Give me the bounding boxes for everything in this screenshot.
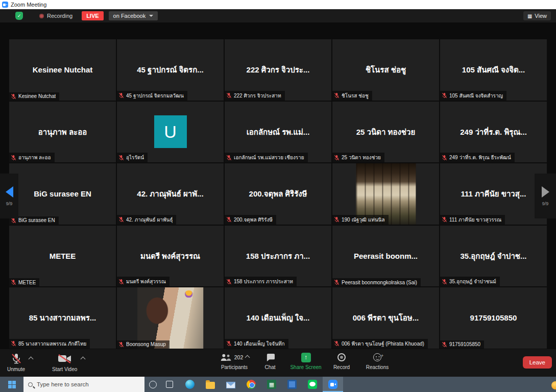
- mic-muted-icon: [334, 216, 340, 223]
- participant-label-text: 006 พีรตา ขุนโอษฐ์ (Phirata Khuoad): [342, 340, 424, 348]
- participant-label-text: 85 นางสาวกมลพรรณ ภักดีไทย: [18, 340, 86, 348]
- record-label: Record: [333, 364, 350, 370]
- participant-tile[interactable]: 35.อุกฤษฎ์ จำปาช... 35.อุกฤษฎ์ จำปาชนม์: [440, 226, 547, 287]
- chrome-taskbar-button[interactable]: [241, 377, 261, 392]
- file-explorer-taskbar-button[interactable]: [200, 377, 221, 392]
- participant-tile[interactable]: METEE METEE: [9, 226, 116, 287]
- mic-muted-icon: [118, 155, 124, 161]
- participant-tile[interactable]: 249 ว่าที่ร.ต. พิรุณ... 249 ว่าที่ร.ต. พ…: [440, 102, 547, 163]
- participant-tile[interactable]: 91759105850 91759105850: [440, 287, 547, 349]
- mic-muted-icon: [226, 340, 232, 347]
- participant-label-text: 200.จตุพล ศิริรังษี: [234, 216, 273, 224]
- control-bar: Unmute Start Video: [0, 349, 556, 377]
- security-shield-icon[interactable]: [15, 12, 23, 20]
- mic-muted-icon: [226, 216, 232, 223]
- participant-label-text: ชิโนรส ช่อชู: [342, 92, 369, 100]
- participant-label: 222 ศิวกร จิวประสาท: [225, 91, 285, 101]
- mic-muted-icon: [11, 155, 16, 161]
- participant-name: อานุภาพ ละออ: [33, 127, 92, 137]
- window-titlebar: Zoom Meeting: [0, 0, 556, 9]
- participant-name: ชิโนรส ช่อชู: [360, 65, 411, 75]
- reactions-button[interactable]: + Reactions: [361, 352, 393, 370]
- participant-tile[interactable]: ชิโนรส ช่อชู ชิโนรส ช่อชู: [332, 39, 439, 101]
- participant-tile[interactable]: 105 สันศณี จงจิต... 105 สันศณี จงจิตสำรา…: [440, 39, 547, 101]
- cortana-icon[interactable]: [149, 381, 157, 388]
- excel-taskbar-button[interactable]: [261, 377, 282, 392]
- share-screen-button[interactable]: Share Screen: [290, 352, 322, 370]
- plus-icon: +: [381, 353, 383, 358]
- participant-tile[interactable]: 111 ภาคีนัย ขาวสุ... 111 ภาคีนัย ขาวสุวร…: [440, 163, 547, 225]
- edge-taskbar-button[interactable]: [180, 377, 200, 392]
- participant-label: มนตรี พงค์สุวรรณ: [117, 277, 170, 286]
- participant-tile[interactable]: BiG surasee EN BiG surasee EN: [9, 163, 116, 225]
- participant-tile[interactable]: 158 ประภากร ภา... 158 ประภากร ภารประสาท: [225, 226, 331, 287]
- page-indicator: 9/9: [542, 201, 549, 206]
- meeting-window: Recording LIVE on Facebook View Kesinee …: [0, 9, 556, 377]
- start-video-button[interactable]: Start Video: [52, 353, 77, 372]
- recording-label: Recording: [47, 13, 72, 19]
- participant-tile[interactable]: Boonsong Masup: [117, 287, 224, 349]
- participant-tile[interactable]: 42. ภาณุพันธ์ ผาพั... 42. ภาณุพันธ์ ผาพั…: [117, 163, 224, 225]
- participants-button[interactable]: 202 Participants: [219, 352, 250, 370]
- next-page-button[interactable]: 9/9: [535, 174, 556, 218]
- participant-tile[interactable]: 006 พีรตา ขุนโอษ... 006 พีรตา ขุนโอษฐ์ (…: [332, 287, 439, 349]
- participant-label-text: METEE: [18, 280, 36, 285]
- mic-muted-icon: [334, 279, 340, 285]
- participant-tile[interactable]: มนตรี พงค์สุวรรณ มนตรี พงค์สุวรรณ: [117, 226, 224, 287]
- view-label: View: [535, 13, 547, 19]
- leave-button[interactable]: Leave: [523, 356, 552, 369]
- participant-tile[interactable]: 200.จตุพล ศิริรังษี 200.จตุพล ศิริรังษี: [225, 163, 331, 225]
- mail-taskbar-button[interactable]: [221, 377, 241, 392]
- unmute-button[interactable]: Unmute: [7, 353, 25, 372]
- mic-muted-icon: [442, 216, 447, 223]
- participant-label: 158 ประภากร ภารประสาท: [225, 277, 297, 286]
- participant-tile[interactable]: 85 นางสาวกมลพร... 85 นางสาวกมลพรรณ ภักดี…: [9, 287, 116, 349]
- taskbar-search[interactable]: [23, 377, 144, 392]
- video-options-caret[interactable]: [81, 357, 86, 362]
- photos-taskbar-button[interactable]: [282, 377, 302, 392]
- task-view-icon[interactable]: [166, 381, 173, 388]
- taskbar-edge-icon[interactable]: [551, 381, 556, 389]
- participant-tile[interactable]: Peerasit boonm... Peerasit boonmongkolra…: [332, 226, 439, 287]
- mic-muted-icon: [11, 340, 16, 347]
- start-button[interactable]: [0, 377, 23, 392]
- participant-name: Peerasit boonm...: [349, 251, 423, 261]
- participant-tile[interactable]: 190 ณัฐวุฒิ แท่นนิล: [332, 163, 439, 225]
- participant-label-text: 91759105850: [449, 341, 480, 347]
- audio-options-caret[interactable]: [29, 357, 34, 362]
- participant-label: 25 วนิดา ทองช่วย: [332, 153, 384, 162]
- record-button[interactable]: Record: [326, 352, 357, 370]
- recording-dot-icon: [39, 14, 44, 18]
- mic-muted-icon: [226, 155, 232, 161]
- live-target-dropdown[interactable]: on Facebook: [109, 11, 158, 20]
- participant-label-text: 222 ศิวกร จิวประสาท: [234, 92, 281, 100]
- participant-tile[interactable]: U อุไรรัตน์: [117, 102, 224, 163]
- view-button[interactable]: View: [523, 11, 551, 20]
- participants-caret[interactable]: [245, 355, 250, 360]
- line-taskbar-button[interactable]: [302, 377, 323, 392]
- participant-tile[interactable]: อานุภาพ ละออ อานุภาพ ละออ: [9, 102, 116, 163]
- participant-tile[interactable]: 25 วนิดา ทองช่วย 25 วนิดา ทองช่วย: [332, 102, 439, 163]
- participant-label-text: BiG surasee EN: [18, 217, 55, 223]
- participant-tile[interactable]: Kesinee Nutchat Kesinee Nutchat: [9, 39, 116, 101]
- mic-muted-icon: [334, 340, 340, 347]
- start-video-label: Start Video: [52, 366, 77, 372]
- participant-tile[interactable]: 140 เดือนเพ็ญ ใจ... 140 เดือนเพ็ญ ใจจันท…: [225, 287, 331, 349]
- participant-label-text: 140 เดือนเพ็ญ ใจจันทึก: [234, 340, 285, 348]
- search-input[interactable]: [37, 381, 140, 387]
- participant-name: BiG surasee EN: [29, 189, 96, 199]
- participant-tile[interactable]: 45 ฐาปกรณ์ จิตรก... 45 ฐาปกรณ์ จิตรกมลวั…: [117, 39, 224, 101]
- participant-tile[interactable]: 222 ศิวกร จิวประ... 222 ศิวกร จิวประสาท: [225, 39, 331, 101]
- participant-name: METEE: [44, 251, 81, 261]
- zoom-taskbar-button[interactable]: [323, 377, 343, 392]
- prev-page-button[interactable]: 9/9: [0, 174, 18, 218]
- mic-muted-icon: [226, 92, 232, 99]
- participant-tile[interactable]: เอกลักษณ์ รพ.แม่... เอกลักษณ์ รพ.แม่สรวย…: [225, 102, 331, 163]
- chat-button[interactable]: Chat: [254, 352, 286, 370]
- participant-name: Kesinee Nutchat: [28, 65, 98, 75]
- participant-label: 249 ว่าที่ร.ต. พิรุณ ธีระพัฒน์: [440, 153, 515, 162]
- reactions-label: Reactions: [366, 364, 389, 370]
- participant-label-text: 158 ประภากร ภารประสาท: [234, 278, 293, 285]
- participant-name: 85 นางสาวกมลพร...: [24, 313, 101, 323]
- participant-name: 111 ภาคีนัย ขาวสุ...: [456, 189, 531, 199]
